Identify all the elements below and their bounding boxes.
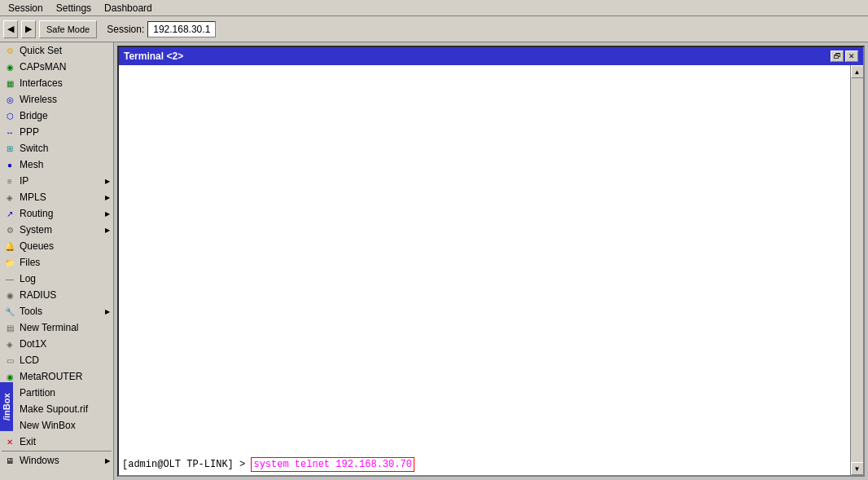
scroll-up-button[interactable]: ▲ — [851, 65, 864, 78]
sidebar-item-files[interactable]: 📁Files — [0, 254, 113, 271]
sidebar-item-dot1x[interactable]: ◈Dot1X — [0, 336, 113, 352]
sidebar-label-ppp: PPP — [20, 126, 39, 138]
sidebar-icon-radius: ◉ — [3, 288, 16, 302]
sidebar-icon-switch: ⊞ — [3, 142, 16, 155]
sidebar-icon-mpls: ◈ — [3, 191, 16, 204]
scroll-track[interactable] — [851, 78, 863, 462]
sidebar-icon-ip: ≡ — [3, 174, 16, 187]
sidebar-item-make-supout.rif[interactable]: ◉Make Supout.rif — [0, 401, 113, 417]
sidebar-label-ip: IP — [20, 175, 28, 187]
sidebar-label-make-supout.rif: Make Supout.rif — [20, 403, 88, 415]
sidebar-item-lcd[interactable]: ▭LCD — [0, 352, 113, 368]
sidebar-item-new-terminal[interactable]: ▤New Terminal — [0, 319, 113, 336]
terminal-with-scroll: [admin@OLT TP-LINK] > system telnet 192.… — [119, 65, 863, 475]
terminal-close-button[interactable]: ✕ — [845, 51, 858, 62]
terminal-restore-button[interactable]: 🗗 — [831, 51, 844, 62]
sidebar-label-tools: Tools — [20, 306, 42, 317]
sidebar-item-queues[interactable]: 🔔Queues — [0, 238, 113, 254]
sidebar-icon-lcd: ▭ — [3, 354, 16, 367]
sidebar-label-lcd: LCD — [20, 354, 39, 366]
sidebar-item-windows[interactable]: 🖥 Windows ▶ — [0, 452, 113, 469]
toolbar: ◀ ▶ Safe Mode Session: 192.168.30.1 — [0, 16, 868, 42]
sidebar-label-log: Log — [20, 273, 36, 284]
safe-mode-button[interactable]: Safe Mode — [39, 20, 97, 38]
sidebar-icon-exit: ✕ — [3, 435, 16, 448]
sidebar-item-tools[interactable]: 🔧Tools — [0, 303, 113, 319]
sidebar-item-system[interactable]: ⚙System — [0, 222, 113, 238]
sidebar-label-new-winbox: New WinBox — [20, 420, 76, 431]
sidebar-icon-system: ⚙ — [3, 223, 16, 236]
sidebar-item-partition[interactable]: ◌Partition — [0, 385, 113, 401]
sidebar-label-radius: RADIUS — [20, 289, 56, 301]
sidebar-icon-quick-set: ⚙ — [3, 44, 16, 57]
sidebar: ⚙Quick Set◉CAPsMAN▦Interfaces◎Wireless⬡B… — [0, 42, 114, 480]
sidebar-item-wireless[interactable]: ◎Wireless — [0, 91, 113, 108]
sidebar-item-exit[interactable]: ✕Exit — [0, 434, 113, 450]
sidebar-icon-bridge: ⬡ — [3, 109, 16, 122]
sidebar-item-radius[interactable]: ◉RADIUS — [0, 287, 113, 303]
sidebar-item-log[interactable]: —Log — [0, 271, 113, 287]
sidebar-icon-wireless: ◎ — [3, 93, 16, 106]
menu-dashboard[interactable]: Dashboard — [99, 2, 157, 15]
sidebar-item-metarouter[interactable]: ◉MetaROUTER — [0, 368, 113, 385]
sidebar-icon-routing: ↗ — [3, 207, 16, 220]
main-content: ⚙Quick Set◉CAPsMAN▦Interfaces◎Wireless⬡B… — [0, 42, 868, 480]
sidebar-label-exit: Exit — [20, 436, 36, 447]
session-value: 192.168.30.1 — [147, 21, 216, 37]
sidebar-item-ppp[interactable]: ↔PPP — [0, 124, 113, 140]
sidebar-label-metarouter: MetaROUTER — [20, 371, 82, 382]
back-button[interactable]: ◀ — [3, 20, 18, 38]
sidebar-label-interfaces: Interfaces — [20, 77, 63, 89]
sidebar-label-new-terminal: New Terminal — [20, 322, 78, 333]
sidebar-label-routing: Routing — [20, 208, 53, 219]
menu-settings[interactable]: Settings — [51, 2, 96, 15]
sidebar-icon-log: — — [3, 272, 16, 285]
sidebar-icon-tools: 🔧 — [3, 305, 16, 318]
winbox-label: /inBox — [0, 382, 13, 431]
terminal-window: Terminal <2> 🗗 ✕ [admin@OLT TP-LINK] > s… — [117, 46, 865, 477]
sidebar-icon-mesh: ● — [3, 158, 16, 171]
sidebar-icon-capsman: ◉ — [3, 60, 16, 73]
terminal-titlebar: Terminal <2> 🗗 ✕ — [119, 47, 863, 65]
sidebar-item-mpls[interactable]: ◈MPLS — [0, 189, 113, 205]
sidebar-icon-metarouter: ◉ — [3, 370, 16, 383]
sidebar-label-mesh: Mesh — [20, 159, 43, 170]
sidebar-label-capsman: CAPsMAN — [20, 61, 66, 73]
sidebar-label-wireless: Wireless — [20, 94, 57, 105]
terminal-scrollbar: ▲ ▼ — [850, 65, 863, 475]
sidebar-icon-queues: 🔔 — [3, 240, 16, 253]
terminal-command[interactable]: system telnet 192.168.30.70 — [251, 457, 414, 472]
sidebar-item-routing[interactable]: ↗Routing — [0, 205, 113, 222]
sidebar-item-quick-set[interactable]: ⚙Quick Set — [0, 42, 113, 59]
sidebar-icon-new-terminal: ▤ — [3, 321, 16, 334]
scroll-down-button[interactable]: ▼ — [851, 462, 864, 475]
sidebar-label-dot1x: Dot1X — [20, 338, 46, 350]
sidebar-label-bridge: Bridge — [20, 110, 48, 121]
menu-session[interactable]: Session — [3, 2, 48, 15]
sidebar-icon-interfaces: ▦ — [3, 77, 16, 90]
sidebar-item-capsman[interactable]: ◉CAPsMAN — [0, 59, 113, 75]
sidebar-label-mpls: MPLS — [20, 192, 46, 203]
sidebar-label-partition: Partition — [20, 387, 55, 399]
terminal-controls: 🗗 ✕ — [831, 51, 858, 62]
sidebar-item-switch[interactable]: ⊞Switch — [0, 140, 113, 156]
terminal-prompt: [admin@OLT TP-LINK] > — [122, 459, 251, 470]
sidebar-label-quick-set: Quick Set — [20, 45, 62, 56]
terminal-title: Terminal <2> — [124, 51, 183, 62]
sidebar-item-bridge[interactable]: ⬡Bridge — [0, 108, 113, 124]
sidebar-item-ip[interactable]: ≡IP — [0, 173, 113, 189]
sidebar-icon-ppp: ↔ — [3, 126, 16, 139]
menu-bar: Session Settings Dashboard — [0, 0, 868, 16]
terminal-body: [admin@OLT TP-LINK] > system telnet 192.… — [119, 65, 850, 475]
session-label: Session: — [107, 24, 144, 35]
forward-button[interactable]: ▶ — [21, 20, 36, 38]
terminal-area: Terminal <2> 🗗 ✕ [admin@OLT TP-LINK] > s… — [114, 42, 868, 480]
sidebar-separator — [2, 451, 112, 451]
windows-label: Windows — [20, 455, 59, 466]
sidebar-item-new-winbox[interactable]: ◉New WinBox — [0, 417, 113, 434]
sidebar-icon-files: 📁 — [3, 256, 16, 269]
sidebar-item-interfaces[interactable]: ▦Interfaces — [0, 75, 113, 91]
terminal-prompt-area: [admin@OLT TP-LINK] > system telnet 192.… — [122, 457, 847, 472]
terminal-content — [122, 68, 847, 457]
sidebar-item-mesh[interactable]: ●Mesh — [0, 156, 113, 173]
